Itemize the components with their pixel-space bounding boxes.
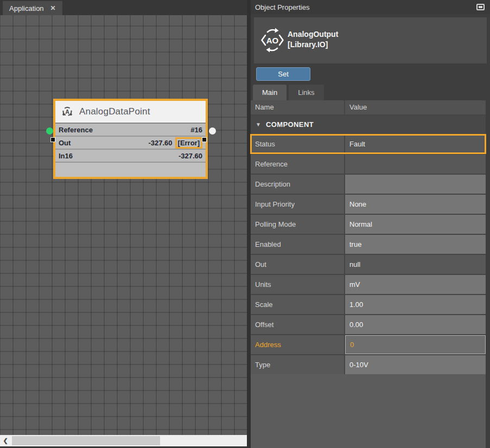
- property-value[interactable]: Fault: [345, 135, 486, 153]
- property-name: Description: [251, 175, 344, 194]
- block-row-out[interactable]: Out -327.60 [Error]: [55, 137, 206, 150]
- property-row-status: Status Fault: [251, 135, 486, 153]
- scroll-left-arrow-icon[interactable]: ❮: [1, 435, 10, 446]
- block-row-name: Reference: [59, 126, 93, 134]
- property-value[interactable]: [345, 175, 486, 194]
- object-name: AnalogOutput: [288, 29, 338, 40]
- block-row-name: Out: [59, 139, 71, 147]
- property-name: Address: [251, 335, 344, 354]
- property-row-offset: Offset 0.00: [251, 315, 486, 334]
- property-value[interactable]: 1.00: [345, 295, 486, 314]
- property-name: Enabled: [251, 235, 344, 254]
- block-row-value: #16: [190, 126, 202, 134]
- property-name: Reference: [251, 155, 344, 174]
- document-tabbar: Application ✕: [0, 0, 247, 15]
- table-header-row: Name Value: [251, 100, 486, 114]
- input-port-connected[interactable]: [46, 127, 53, 135]
- property-row-scale: Scale 1.00: [251, 295, 486, 314]
- object-library: [Library.IO]: [288, 40, 338, 50]
- block-empty-row: [55, 163, 206, 177]
- collapse-arrow-icon[interactable]: ▼: [256, 121, 261, 127]
- block-row-in16[interactable]: In16 -327.60: [55, 150, 206, 163]
- property-row-address: Address 0: [251, 335, 486, 354]
- property-value[interactable]: 0: [345, 335, 486, 354]
- property-name: Out: [251, 255, 344, 274]
- section-component[interactable]: ▼ COMPONENT: [251, 116, 486, 133]
- svg-text:AO: AO: [266, 36, 279, 45]
- property-value[interactable]: [345, 155, 486, 174]
- section-label: COMPONENT: [266, 120, 314, 129]
- property-name: Status: [251, 135, 344, 153]
- wiresheet-canvas[interactable]: A AnalogDataPoint Reference #16 Out -327…: [0, 15, 247, 435]
- block-title: AnalogDataPoint: [79, 106, 150, 117]
- property-row-units: Units mV: [251, 275, 486, 294]
- property-row-out: Out null: [251, 255, 486, 274]
- property-row-reference: Reference: [251, 155, 486, 174]
- block-row-value: -327.60: [148, 139, 172, 147]
- output-port[interactable]: [209, 127, 216, 135]
- property-value[interactable]: true: [345, 235, 486, 254]
- minimize-panel-icon[interactable]: [476, 4, 485, 10]
- scrollbar-thumb[interactable]: [12, 436, 160, 445]
- svg-text:A: A: [65, 108, 69, 115]
- analog-datapoint-block[interactable]: A AnalogDataPoint Reference #16 Out -327…: [53, 99, 208, 179]
- property-row-polling-mode: Polling Mode Normal: [251, 215, 486, 234]
- property-value[interactable]: 0.00: [345, 315, 486, 334]
- object-properties-panel: Object Properties AO AnalogOutput [Libra…: [251, 0, 490, 448]
- analog-output-icon: AO: [259, 27, 285, 53]
- properties-table: Name Value ▼ COMPONENT Status Fault Refe…: [251, 100, 486, 374]
- property-name: Offset: [251, 315, 344, 334]
- block-row-name: In16: [59, 152, 73, 160]
- property-name: Type: [251, 355, 344, 374]
- block-row-reference[interactable]: Reference #16: [55, 124, 206, 137]
- property-value[interactable]: mV: [345, 275, 486, 294]
- block-header[interactable]: A AnalogDataPoint: [55, 101, 206, 124]
- tab-close-icon[interactable]: ✕: [50, 5, 56, 11]
- property-name: Units: [251, 275, 344, 294]
- panel-titlebar: Object Properties: [251, 0, 490, 14]
- object-header-card: AO AnalogOutput [Library.IO]: [254, 17, 487, 63]
- tab-application-label: Application: [9, 4, 44, 12]
- property-row-input-priority: Input Priority None: [251, 195, 486, 214]
- set-button[interactable]: Set: [256, 67, 310, 81]
- property-value[interactable]: 0-10V: [345, 355, 486, 374]
- property-row-description: Description: [251, 175, 486, 194]
- horizontal-scrollbar[interactable]: ❮: [0, 435, 247, 446]
- column-header-value: Value: [345, 100, 486, 114]
- panel-title: Object Properties: [255, 3, 309, 11]
- property-name: Input Priority: [251, 195, 344, 214]
- properties-grid-area: Name Value ▼ COMPONENT Status Fault Refe…: [251, 100, 486, 448]
- property-name: Polling Mode: [251, 215, 344, 234]
- property-name: Scale: [251, 295, 344, 314]
- error-status-badge: [Error]: [175, 137, 202, 149]
- analog-datapoint-icon: A: [61, 105, 74, 118]
- selection-handle-right[interactable]: [202, 137, 207, 142]
- canvas-pane: Application ✕ A AnalogDataPoint Referenc…: [0, 0, 247, 448]
- property-row-type: Type 0-10V: [251, 355, 486, 374]
- tab-application[interactable]: Application ✕: [3, 1, 62, 15]
- property-row-enabled: Enabled true: [251, 235, 486, 254]
- column-header-name: Name: [251, 100, 344, 114]
- block-row-value: -327.60: [179, 152, 202, 160]
- pane-divider[interactable]: [247, 0, 251, 448]
- tab-main[interactable]: Main: [253, 85, 287, 100]
- selection-handle-left[interactable]: [50, 137, 55, 142]
- property-value[interactable]: null: [345, 255, 486, 274]
- properties-tabs: Main Links: [253, 85, 324, 100]
- property-value[interactable]: Normal: [345, 215, 486, 234]
- property-value[interactable]: None: [345, 195, 486, 214]
- tab-links[interactable]: Links: [289, 85, 323, 100]
